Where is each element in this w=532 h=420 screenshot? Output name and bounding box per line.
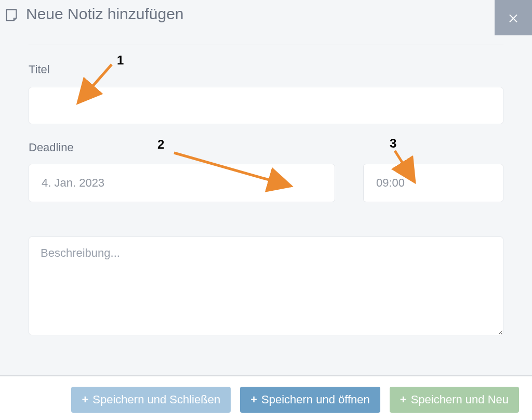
modal-title: Neue Notiz hinzufügen — [26, 5, 184, 23]
close-icon — [507, 11, 520, 24]
description-textarea[interactable] — [29, 237, 503, 335]
deadline-date-input[interactable]: 4. Jan. 2023 — [29, 164, 335, 202]
modal-footer: + Speichern und Schließen + Speichern un… — [0, 375, 532, 420]
divider — [29, 45, 503, 45]
button-label: Speichern und öffnen — [261, 393, 370, 406]
note-icon — [4, 8, 19, 22]
button-label: Speichern und Schließen — [92, 393, 220, 406]
save-and-close-button[interactable]: + Speichern und Schließen — [71, 387, 231, 413]
plus-icon: + — [250, 394, 257, 405]
plus-icon: + — [82, 394, 88, 405]
save-and-new-button[interactable]: + Speichern und Neu — [390, 387, 519, 413]
button-label: Speichern und Neu — [411, 393, 509, 406]
form-body: Titel Deadline 4. Jan. 2023 09:00 — [0, 45, 532, 337]
plus-icon: + — [400, 394, 407, 405]
deadline-label: Deadline — [29, 141, 503, 154]
deadline-time-value: 09:00 — [376, 176, 405, 190]
modal-header: Neue Notiz hinzufügen — [0, 0, 532, 29]
title-input[interactable] — [29, 87, 503, 124]
save-and-open-button[interactable]: + Speichern und öffnen — [240, 387, 380, 413]
close-button[interactable] — [495, 0, 532, 35]
deadline-date-value: 4. Jan. 2023 — [42, 176, 104, 190]
deadline-time-input[interactable]: 09:00 — [363, 164, 503, 202]
title-label: Titel — [29, 63, 503, 76]
